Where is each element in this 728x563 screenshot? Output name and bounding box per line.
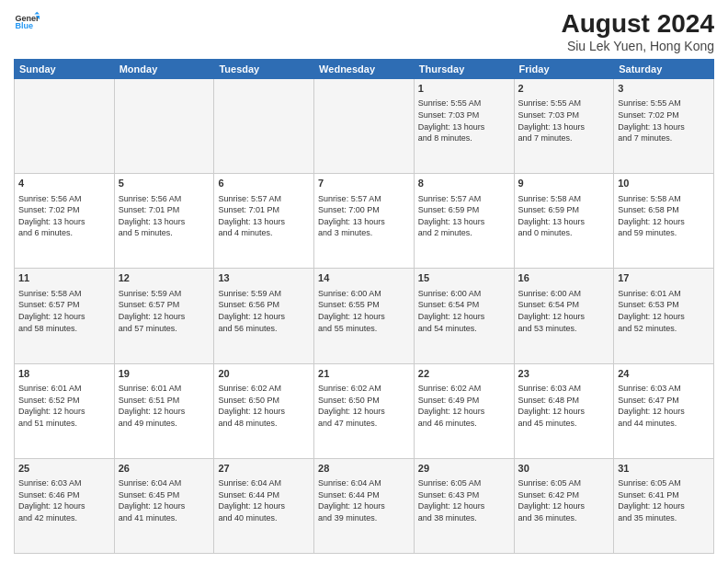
day-number: 9 bbox=[518, 177, 610, 190]
logo: General Blue bbox=[14, 9, 40, 35]
day-info: and 44 minutes. bbox=[618, 418, 710, 430]
day-info: and 48 minutes. bbox=[218, 418, 310, 430]
day-info: and 6 minutes. bbox=[18, 227, 110, 239]
table-cell: 21Sunrise: 6:02 AMSunset: 6:50 PMDayligh… bbox=[314, 363, 415, 458]
day-info: Daylight: 12 hours bbox=[318, 406, 410, 418]
day-number: 3 bbox=[618, 82, 710, 96]
day-info: Sunrise: 6:01 AM bbox=[18, 383, 110, 395]
day-info: Sunrise: 6:04 AM bbox=[218, 477, 310, 489]
table-cell: 4Sunrise: 5:56 AMSunset: 7:02 PMDaylight… bbox=[15, 174, 115, 269]
day-number: 12 bbox=[119, 271, 210, 285]
day-info: Daylight: 12 hours bbox=[418, 406, 510, 418]
col-thursday: Thursday bbox=[414, 60, 514, 79]
table-row: 11Sunrise: 5:58 AMSunset: 6:57 PMDayligh… bbox=[15, 269, 714, 363]
day-info: Daylight: 13 hours bbox=[518, 216, 610, 228]
day-info: Sunrise: 6:02 AM bbox=[218, 383, 310, 395]
table-cell: 9Sunrise: 5:58 AMSunset: 6:59 PMDaylight… bbox=[514, 174, 614, 269]
table-cell: 25Sunrise: 6:03 AMSunset: 6:46 PMDayligh… bbox=[15, 458, 115, 553]
table-cell bbox=[314, 79, 415, 174]
day-info: and 38 minutes. bbox=[418, 512, 510, 524]
day-number: 10 bbox=[618, 177, 710, 190]
day-info: Sunrise: 6:04 AM bbox=[119, 477, 210, 489]
day-info: Daylight: 12 hours bbox=[518, 406, 610, 418]
day-number: 16 bbox=[518, 271, 610, 285]
day-info: Sunrise: 6:05 AM bbox=[418, 477, 510, 489]
table-cell: 12Sunrise: 5:59 AMSunset: 6:57 PMDayligh… bbox=[114, 269, 214, 363]
day-info: Daylight: 12 hours bbox=[418, 500, 510, 512]
day-number: 29 bbox=[418, 462, 510, 476]
day-info: Daylight: 12 hours bbox=[119, 406, 210, 418]
day-info: and 59 minutes. bbox=[618, 227, 710, 239]
day-info: Sunrise: 6:00 AM bbox=[318, 288, 410, 300]
day-info: Daylight: 12 hours bbox=[618, 406, 710, 418]
day-info: Sunrise: 5:57 AM bbox=[418, 193, 510, 205]
col-friday: Friday bbox=[514, 60, 614, 79]
day-info: and 47 minutes. bbox=[318, 418, 410, 430]
day-info: Sunset: 6:47 PM bbox=[618, 395, 710, 407]
day-info: and 7 minutes. bbox=[518, 132, 610, 144]
day-info: Sunset: 7:03 PM bbox=[518, 109, 610, 121]
table-cell: 7Sunrise: 5:57 AMSunset: 7:00 PMDaylight… bbox=[314, 174, 415, 269]
day-info: and 46 minutes. bbox=[418, 418, 510, 430]
day-info: Daylight: 12 hours bbox=[318, 311, 410, 323]
day-info: and 56 minutes. bbox=[218, 323, 310, 335]
day-info: Sunrise: 5:58 AM bbox=[18, 288, 110, 300]
day-number: 22 bbox=[418, 367, 510, 381]
day-number: 4 bbox=[18, 177, 110, 190]
table-cell: 17Sunrise: 6:01 AMSunset: 6:53 PMDayligh… bbox=[614, 269, 714, 363]
day-info: Sunrise: 6:00 AM bbox=[518, 288, 610, 300]
day-info: Daylight: 13 hours bbox=[618, 121, 710, 133]
day-info: and 39 minutes. bbox=[318, 512, 410, 524]
day-info: Daylight: 13 hours bbox=[218, 216, 310, 228]
day-info: Sunrise: 5:56 AM bbox=[119, 193, 210, 205]
table-cell: 10Sunrise: 5:58 AMSunset: 6:58 PMDayligh… bbox=[614, 174, 714, 269]
table-cell: 11Sunrise: 5:58 AMSunset: 6:57 PMDayligh… bbox=[15, 269, 115, 363]
day-info: Sunrise: 5:59 AM bbox=[119, 288, 210, 300]
title-block: August 2024 Siu Lek Yuen, Hong Kong bbox=[562, 9, 715, 53]
table-cell: 16Sunrise: 6:00 AMSunset: 6:54 PMDayligh… bbox=[514, 269, 614, 363]
col-wednesday: Wednesday bbox=[314, 60, 415, 79]
day-number: 7 bbox=[318, 177, 410, 190]
day-info: Sunrise: 6:03 AM bbox=[18, 477, 110, 489]
day-number: 28 bbox=[318, 462, 410, 476]
day-number: 31 bbox=[618, 462, 710, 476]
day-info: Sunset: 6:43 PM bbox=[418, 489, 510, 501]
day-info: Sunrise: 6:05 AM bbox=[518, 477, 610, 489]
day-info: Sunset: 7:02 PM bbox=[18, 204, 110, 216]
calendar-page: General Blue August 2024 Siu Lek Yuen, H… bbox=[0, 0, 728, 563]
table-cell: 15Sunrise: 6:00 AMSunset: 6:54 PMDayligh… bbox=[414, 269, 514, 363]
col-monday: Monday bbox=[114, 60, 214, 79]
day-info: Sunrise: 5:56 AM bbox=[18, 193, 110, 205]
day-info: and 35 minutes. bbox=[618, 512, 710, 524]
day-number: 2 bbox=[518, 82, 610, 96]
day-info: Sunset: 6:45 PM bbox=[119, 489, 210, 501]
day-info: and 36 minutes. bbox=[518, 512, 610, 524]
day-info: Sunset: 6:53 PM bbox=[618, 299, 710, 311]
day-info: Sunset: 6:57 PM bbox=[119, 299, 210, 311]
header: General Blue August 2024 Siu Lek Yuen, H… bbox=[14, 9, 714, 53]
table-cell: 8Sunrise: 5:57 AMSunset: 6:59 PMDaylight… bbox=[414, 174, 514, 269]
table-cell: 1Sunrise: 5:55 AMSunset: 7:03 PMDaylight… bbox=[414, 79, 514, 174]
day-info: and 58 minutes. bbox=[18, 323, 110, 335]
table-cell bbox=[15, 79, 115, 174]
day-info: Sunrise: 6:03 AM bbox=[518, 383, 610, 395]
day-info: Daylight: 12 hours bbox=[618, 500, 710, 512]
table-cell bbox=[214, 79, 314, 174]
table-cell: 3Sunrise: 5:55 AMSunset: 7:02 PMDaylight… bbox=[614, 79, 714, 174]
table-cell: 2Sunrise: 5:55 AMSunset: 7:03 PMDaylight… bbox=[514, 79, 614, 174]
col-tuesday: Tuesday bbox=[214, 60, 314, 79]
header-row: Sunday Monday Tuesday Wednesday Thursday… bbox=[15, 60, 714, 79]
day-info: and 45 minutes. bbox=[518, 418, 610, 430]
day-info: Sunrise: 6:00 AM bbox=[418, 288, 510, 300]
day-info: Sunset: 6:51 PM bbox=[119, 395, 210, 407]
day-number: 11 bbox=[18, 271, 110, 285]
day-number: 17 bbox=[618, 271, 710, 285]
table-cell: 28Sunrise: 6:04 AMSunset: 6:44 PMDayligh… bbox=[314, 458, 415, 553]
day-info: Sunrise: 5:57 AM bbox=[318, 193, 410, 205]
day-number: 20 bbox=[218, 367, 310, 381]
day-info: and 2 minutes. bbox=[418, 227, 510, 239]
day-info: and 3 minutes. bbox=[318, 227, 410, 239]
table-cell: 23Sunrise: 6:03 AMSunset: 6:48 PMDayligh… bbox=[514, 363, 614, 458]
day-info: and 40 minutes. bbox=[218, 512, 310, 524]
day-info: Sunset: 6:50 PM bbox=[318, 395, 410, 407]
